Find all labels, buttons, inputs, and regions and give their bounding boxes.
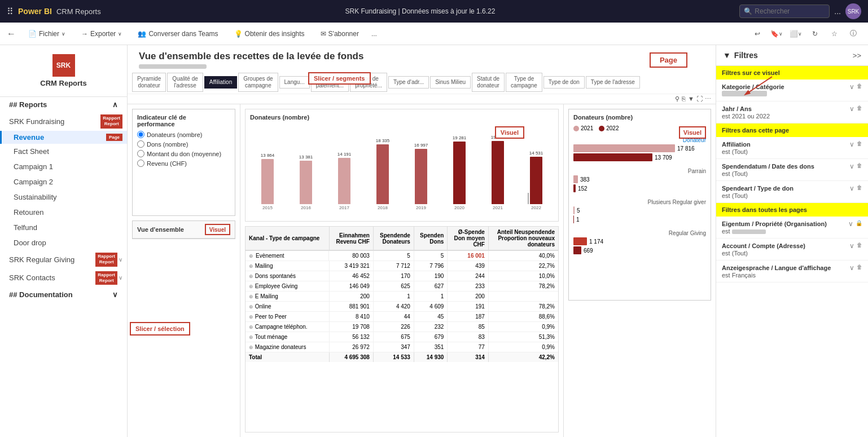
file-button[interactable]: 📄 Fichier ∨	[25, 28, 69, 40]
slicer-annotation-box: Slicer / segments	[308, 72, 371, 85]
sidebar-logo: SRK CRM Reports	[0, 45, 127, 97]
subscribe-button[interactable]: ✉ S'abonner	[317, 28, 362, 40]
sidebar-item-srk-fundraising[interactable]: SRK Fundraising RapportReport	[0, 112, 127, 131]
slicer-expand-icon[interactable]: ⛶	[696, 95, 703, 103]
slicer-copy-icon[interactable]: ⎘	[682, 95, 686, 103]
chevron-icon: ∨	[118, 31, 122, 37]
sidebar-item-fact-sheet[interactable]: Fact Sheet	[0, 144, 127, 159]
slicer-tab-type-don[interactable]: Type de don	[543, 76, 585, 89]
sidebar-item-telfund[interactable]: Telfund	[0, 220, 127, 235]
sidebar-item-srk-contacts[interactable]: SRK Contacts RapportReport ∨	[0, 269, 127, 288]
slicer-tab-pyramide[interactable]: Pyramidedonateur	[132, 73, 166, 92]
slicer-tab-statut[interactable]: Statut dedonateur	[472, 73, 505, 92]
filter-clear-icon[interactable]: 🗑	[857, 105, 862, 113]
data-table: Kanal - Type de campagne EinnahmenRevenu…	[245, 226, 559, 432]
slicer-pin-icon[interactable]: ⚲	[675, 95, 680, 103]
slicer-tab-adr[interactable]: Type d'adr...	[388, 76, 429, 89]
fullscreen-button[interactable]: ⬜∨	[788, 26, 804, 42]
filter-item-spendeart: Spendeart / Type de don ∨ 🗑 est (Tout)	[716, 181, 868, 203]
sidebar-item-campaign-2[interactable]: Campaign 2	[0, 174, 127, 189]
topbar: ⠿ Power BI CRM Reports SRK Fundraising |…	[0, 0, 868, 23]
sidebar-header-documentation[interactable]: ## Documentation ∨	[0, 287, 127, 302]
sidebar-item-door-drop[interactable]: Door drop	[0, 235, 127, 250]
slicer-tab-qualite[interactable]: Qualité del'adresse	[167, 73, 203, 92]
filter-expand-icon[interactable]: ∨	[848, 220, 853, 228]
app-name-label: CRM Reports	[56, 7, 101, 16]
avatar[interactable]: SRK	[845, 3, 861, 19]
filter-expand-icon[interactable]: ∨	[849, 242, 854, 250]
filter-clear-icon[interactable]: 🔒	[856, 220, 862, 228]
filter-clear-icon[interactable]: 🗑	[857, 83, 862, 91]
slicer-tab-langue[interactable]: Langu...	[279, 76, 310, 89]
slicer-tab-affiliation[interactable]: Affiliation	[204, 76, 237, 89]
filter-expand-icon[interactable]: ∨	[849, 83, 854, 91]
expand-icon: ∨	[119, 257, 122, 263]
filter-item-kategorie: Kategorie / Catégorie ∨ 🗑	[716, 80, 868, 101]
filters-collapse-button[interactable]: >>	[853, 51, 861, 60]
filters-panel: ▼ Filtres >> Filtres sur ce visuel Kateg…	[716, 45, 868, 437]
export-button[interactable]: → Exporter ∨	[78, 28, 125, 40]
teams-button[interactable]: 👥 Converser dans Teams	[134, 28, 221, 40]
kpi-panel: Indicateur clé deperformance Donateurs (…	[128, 104, 240, 437]
refresh-button[interactable]: ↻	[807, 26, 823, 42]
hbar-parrain: Parrain 383 152	[573, 168, 706, 192]
filter-section-page-label: Filtres dans cette page	[716, 123, 868, 137]
bookmark-button[interactable]: 🔖∨	[769, 26, 784, 42]
sidebar-item-revenue[interactable]: Revenue Page	[0, 131, 127, 144]
filter-clear-icon[interactable]: 🗑	[857, 184, 862, 192]
slicer-filter-icon[interactable]: ▼	[688, 95, 694, 103]
sidebar-item-retouren[interactable]: Retouren	[0, 205, 127, 220]
filter-section-visuel-label: Filtres sur ce visuel	[716, 66, 868, 80]
slicer-annotation-label: Slicer / segments	[314, 75, 365, 82]
filters-header: ▼ Filtres >>	[716, 45, 868, 66]
filter-clear-icon[interactable]: 🗑	[857, 140, 862, 148]
table-row: ⊕ Tout ménage 56 132 675 679 83 51,3%	[246, 332, 558, 342]
info-button[interactable]: ⓘ	[845, 26, 861, 42]
bar-chart-title: Donateurs (nombre)	[250, 114, 554, 121]
filter-section-all-label: Filtres dans toutes les pages	[716, 203, 868, 217]
favorite-button[interactable]: ☆	[826, 26, 842, 42]
filter-expand-icon[interactable]: ∨	[849, 105, 854, 113]
nav-back-icon[interactable]: ←	[7, 29, 16, 39]
slicer-tab-type-camp[interactable]: Type decampagne	[506, 73, 542, 92]
filters-section-visuel: Filtres sur ce visuel Kategorie / Catégo…	[716, 66, 868, 123]
slicer-tab-groupes[interactable]: Groupes decampagne	[238, 73, 278, 92]
sidebar-header-reports[interactable]: ## Reports ∧	[0, 97, 127, 112]
cmdbar-right-tools: ↩ 🔖∨ ⬜∨ ↻ ☆ ⓘ	[749, 26, 861, 42]
sidebar-item-srk-regular-giving[interactable]: SRK Regular Giving RapportReport ∨	[0, 250, 127, 269]
rapport-badge-srk-contacts: RapportReport	[95, 271, 117, 285]
table-header-row: Vue d'ensemble Visuel	[133, 221, 235, 239]
search-icon: 🔍	[744, 7, 752, 15]
filter-expand-icon[interactable]: ∨	[849, 140, 854, 148]
undo-button[interactable]: ↩	[749, 26, 765, 42]
chevron-icon: ∨	[62, 31, 65, 37]
filter-clear-icon[interactable]: 🗑	[857, 162, 862, 170]
overview-table: Kanal - Type de campagne EinnahmenRevenu…	[246, 227, 558, 362]
slicer-more-icon[interactable]: ⋯	[705, 95, 711, 103]
page-title: Vue d'ensemble des recettes de la levée …	[139, 51, 363, 62]
slicer-tabs-row: Pyramidedonateur Qualité del'adresse Aff…	[128, 71, 716, 94]
filter-clear-icon[interactable]: 🗑	[857, 242, 862, 250]
right-chart-title: Donateurs (nombre)	[573, 114, 706, 121]
slicer-tab-type-adresse[interactable]: Type de l'adresse	[586, 76, 640, 89]
slicer-selection-annotation: Slicer / sélection	[130, 322, 190, 336]
dots-icon[interactable]: ⠿	[7, 6, 14, 17]
visuel-annotation-table: Visuel	[205, 224, 230, 235]
expand-icon: ∨	[119, 275, 122, 281]
cmdbar-more-icon[interactable]: ...	[371, 30, 377, 38]
sidebar-item-campaign-1[interactable]: Campaign 1	[0, 159, 127, 174]
table-row: ⊕ Employee Giving 146 049 625 627 233 78…	[246, 281, 558, 292]
filter-item-affiliation: Affiliation ∨ 🗑 est (Tout)	[716, 137, 868, 159]
topbar-more-icon[interactable]: ...	[834, 7, 841, 16]
teams-icon: 👥	[138, 30, 146, 38]
filter-expand-icon[interactable]: ∨	[849, 264, 854, 272]
filter-expand-icon[interactable]: ∨	[849, 162, 854, 170]
insights-button[interactable]: 💡 Obtenir des insights	[231, 28, 308, 40]
filter-expand-icon[interactable]: ∨	[849, 184, 854, 192]
kpi-radio-dons: Dons (nombre)	[137, 140, 230, 148]
search-input[interactable]	[739, 5, 830, 18]
slicer-tab-sinus[interactable]: Sinus Milieu	[430, 76, 471, 89]
filter-clear-icon[interactable]: 🗑	[857, 264, 862, 272]
sidebar-item-sustainability[interactable]: Sustainability	[0, 189, 127, 205]
slicer-segments-area: Pyramidedonateur Qualité del'adresse Aff…	[128, 71, 716, 104]
